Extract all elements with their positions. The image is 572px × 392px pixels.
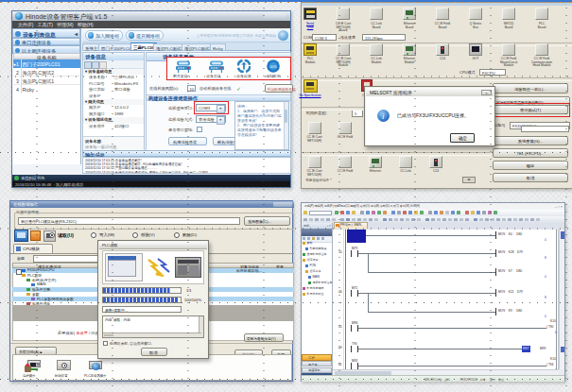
svg-text:00%: 00% bbox=[269, 65, 277, 69]
